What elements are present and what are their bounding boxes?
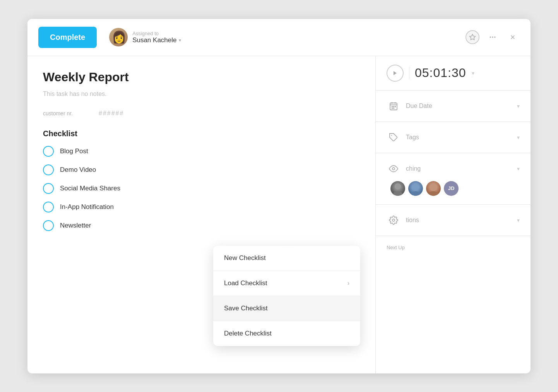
calendar-icon xyxy=(387,99,401,113)
check-label-0: Blog Post xyxy=(60,147,88,155)
left-panel: Weekly Report This task has no notes. cu… xyxy=(27,56,376,373)
watchers-avatars: JD xyxy=(387,181,520,196)
star-button[interactable] xyxy=(466,30,479,44)
svg-rect-11 xyxy=(392,106,393,107)
checklist-item: Demo Video xyxy=(43,164,360,175)
due-date-label: Due Date xyxy=(406,103,512,110)
assigned-name[interactable]: Susan Kachele ▾ xyxy=(132,36,181,44)
main-window: Complete Assigned to Susan Kachele ▾ xyxy=(27,19,531,373)
close-button[interactable] xyxy=(506,30,520,44)
watcher-avatar-2 xyxy=(408,181,423,196)
checklist-item: Newsletter xyxy=(43,220,360,231)
tags-section[interactable]: Tags ▾ xyxy=(376,122,531,153)
watching-icon xyxy=(387,162,401,176)
dropdown-item-1[interactable]: Load Checklist › xyxy=(213,271,360,296)
actions-label: tions xyxy=(406,217,512,224)
chevron-right-icon: › xyxy=(347,280,349,287)
svg-point-18 xyxy=(395,183,401,190)
header: Complete Assigned to Susan Kachele ▾ xyxy=(27,19,531,56)
timer-section: 05:01:30 ▾ xyxy=(376,56,531,91)
assignee-container: Assigned to Susan Kachele ▾ xyxy=(109,28,181,46)
svg-point-2 xyxy=(492,36,493,38)
play-button[interactable] xyxy=(387,65,404,82)
svg-point-20 xyxy=(413,183,419,190)
star-icon xyxy=(469,34,476,41)
dropdown-arrow xyxy=(281,246,292,246)
tags-label: Tags xyxy=(406,134,512,141)
dropdown-items: New Checklist Load Checklist › Save Chec… xyxy=(213,246,360,346)
watching-header: ching ▾ xyxy=(387,162,520,176)
chevron-down-icon: ▾ xyxy=(179,38,181,43)
dropdown-menu: New Checklist Load Checklist › Save Chec… xyxy=(213,246,360,346)
svg-point-19 xyxy=(393,191,402,196)
task-title: Weekly Report xyxy=(43,70,360,84)
watcher-avatar-jd: JD xyxy=(444,181,459,196)
tag-icon xyxy=(387,130,401,144)
field-label: customer nr. xyxy=(43,110,89,116)
main-content: Weekly Report This task has no notes. cu… xyxy=(27,56,531,373)
dropdown-item-label-2: Save Checklist xyxy=(224,305,267,312)
timer-value: 05:01:30 xyxy=(415,66,466,80)
svg-marker-6 xyxy=(394,71,397,75)
check-circle-3[interactable] xyxy=(43,202,54,212)
checklist-item: In-App Notification xyxy=(43,202,360,212)
task-notes: This task has no notes. xyxy=(43,91,360,98)
check-circle-0[interactable] xyxy=(43,146,54,157)
dropdown-item-label-1: Load Checklist xyxy=(224,279,267,287)
svg-rect-12 xyxy=(393,106,394,107)
dropdown-item-2[interactable]: Save Checklist xyxy=(213,296,360,321)
header-actions xyxy=(466,30,520,44)
check-label-1: Demo Video xyxy=(60,166,96,174)
right-panel: 05:01:30 ▾ xyxy=(376,56,531,373)
svg-rect-15 xyxy=(393,108,394,109)
checklist-item: Social Media Shares xyxy=(43,183,360,194)
checklist-title: Checklist xyxy=(43,129,360,138)
check-label-4: Newsletter xyxy=(60,222,91,229)
svg-point-17 xyxy=(392,168,395,170)
svg-point-24 xyxy=(392,219,395,221)
field-value: ###### xyxy=(99,110,124,117)
watching-label: ching xyxy=(406,165,512,172)
more-button[interactable] xyxy=(486,30,500,44)
watcher-avatar-1 xyxy=(390,181,405,196)
check-label-2: Social Media Shares xyxy=(60,185,120,192)
tags-chevron-icon: ▾ xyxy=(517,134,520,140)
svg-point-22 xyxy=(430,183,436,190)
actions-icon xyxy=(387,213,401,227)
actions-section[interactable]: tions ▾ xyxy=(376,205,531,236)
play-icon xyxy=(392,70,398,76)
checklist-section: Checklist Blog Post Demo Video Social Me… xyxy=(43,129,360,231)
svg-point-21 xyxy=(411,191,420,196)
watching-chevron-icon: ▾ xyxy=(517,166,520,172)
assigned-label: Assigned to xyxy=(132,31,181,36)
field-row: customer nr. ###### xyxy=(43,110,360,117)
dropdown-item-0[interactable]: New Checklist xyxy=(213,246,360,271)
check-circle-2[interactable] xyxy=(43,183,54,194)
checklist-items: Blog Post Demo Video Social Media Shares… xyxy=(43,146,360,231)
check-circle-1[interactable] xyxy=(43,164,54,175)
svg-rect-14 xyxy=(392,108,393,109)
watching-section: ching ▾ xyxy=(376,153,531,205)
dots-icon xyxy=(489,33,496,41)
timer-chevron-icon: ▾ xyxy=(472,70,474,76)
check-label-3: In-App Notification xyxy=(60,203,114,211)
close-icon xyxy=(509,34,516,41)
timer-divider xyxy=(409,67,409,79)
next-up-label: Next Up xyxy=(387,245,520,250)
checklist-item: Blog Post xyxy=(43,146,360,157)
assigned-info: Assigned to Susan Kachele ▾ xyxy=(132,31,181,44)
svg-marker-0 xyxy=(470,34,476,40)
dropdown-item-3[interactable]: Delete Checklist xyxy=(213,321,360,346)
due-date-chevron-icon: ▾ xyxy=(517,103,520,109)
complete-button[interactable]: Complete xyxy=(38,27,97,48)
dropdown-item-label-3: Delete Checklist xyxy=(224,330,272,337)
dropdown-item-label-0: New Checklist xyxy=(224,254,266,262)
due-date-section[interactable]: Due Date ▾ xyxy=(376,91,531,122)
svg-point-1 xyxy=(490,36,491,38)
avatar xyxy=(109,28,128,46)
svg-point-23 xyxy=(429,191,438,196)
next-up-section: Next Up xyxy=(376,236,531,261)
check-circle-4[interactable] xyxy=(43,220,54,231)
svg-rect-13 xyxy=(395,106,396,107)
watcher-avatar-3 xyxy=(426,181,441,196)
